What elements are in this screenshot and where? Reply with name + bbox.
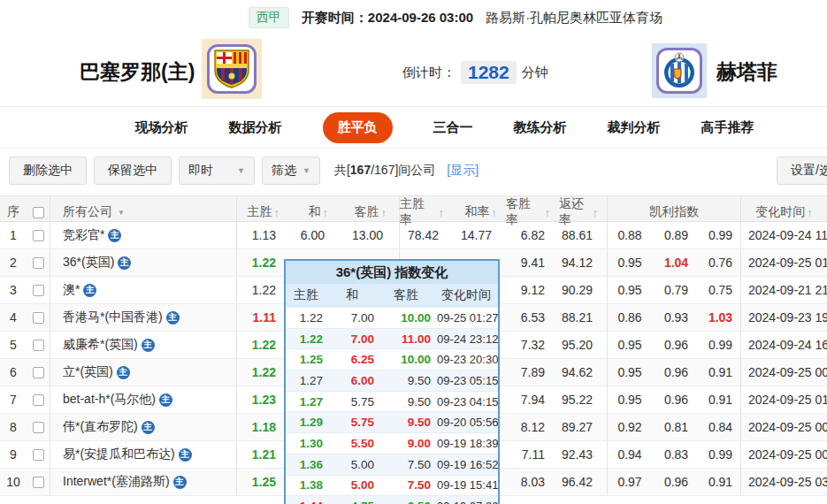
row-checkbox[interactable] <box>33 340 44 351</box>
chevron-down-icon: ▼ <box>237 166 245 175</box>
popup-change-time: 09-19 15:41 <box>434 478 498 492</box>
popup-change-time: 09-24 23:12 <box>434 332 498 346</box>
company-name[interactable]: bet-at-h*(马尔他)主 <box>50 386 237 413</box>
tab-2[interactable]: 数据分析 <box>229 119 282 136</box>
settings-button[interactable]: 设置/选择 <box>777 157 827 185</box>
popup-row: 1.295.759.5009-20 05:56 <box>286 411 498 432</box>
away-win-rate: 9.12 <box>506 277 559 303</box>
return-rate: 88.21 <box>559 304 608 331</box>
popup-col-away: 客胜 <box>378 287 434 303</box>
company-name[interactable]: Interwet*(塞浦路斯)主 <box>50 469 237 495</box>
away-win-odds: 13.00 <box>341 222 400 248</box>
company-label: 威廉希*(英国) <box>63 337 138 353</box>
row-checkbox[interactable] <box>33 449 44 461</box>
getafe-crest-svg <box>661 52 698 89</box>
company-name[interactable]: 立*(英国)主 <box>50 359 237 386</box>
tab-1[interactable]: 现场分析 <box>135 119 188 136</box>
popup-draw-odds: 7.00 <box>326 311 378 325</box>
change-time: 2024-09-25 03:36 <box>741 469 827 495</box>
home-team-crest-icon <box>202 39 262 99</box>
instant-dropdown[interactable]: 即时 ▼ <box>179 157 255 185</box>
kelly-index-3: 0.75 <box>701 277 741 303</box>
kickoff-label: 开赛时间： <box>302 10 368 25</box>
popup-change-time: 09-19 16:52 <box>434 458 498 471</box>
popup-row: 1.276.009.5009-23 05:15 <box>286 370 498 391</box>
kelly-index-1: 0.95 <box>608 277 652 303</box>
away-team-name: 赫塔菲 <box>716 58 777 86</box>
row-checkbox[interactable] <box>33 367 44 378</box>
filter-dropdown[interactable]: 筛选 ▼ <box>262 157 320 185</box>
popup-draw-odds: 5.50 <box>326 437 378 450</box>
change-time: 2024-09-24 16:22 <box>741 332 827 358</box>
row-checkbox-cell <box>27 386 50 413</box>
company-name[interactable]: 易*(安提瓜和巴布达)主 <box>50 441 237 468</box>
sort-up-icon: ↑ <box>381 206 387 219</box>
sort-up-icon: ↑ <box>807 206 813 219</box>
popup-change-time: 09-23 04:15 <box>434 395 498 409</box>
row-index: 4 <box>0 304 27 331</box>
kelly-index-3: 1.03 <box>701 304 741 331</box>
sort-up-icon: ↑ <box>439 206 445 219</box>
table-row: 1竞彩官*主1.136.0013.0078.4214.776.8288.610.… <box>0 222 827 249</box>
popup-row: 1.256.2510.0009-23 20:30 <box>286 348 498 370</box>
tab-6[interactable]: 裁判分析 <box>608 119 661 136</box>
row-index: 7 <box>0 386 27 413</box>
row-checkbox[interactable] <box>33 477 44 488</box>
company-name[interactable]: 竞彩官*主 <box>50 222 237 248</box>
tab-4[interactable]: 三合一 <box>433 119 473 136</box>
row-checkbox[interactable] <box>33 285 44 296</box>
company-name[interactable]: 澳*主 <box>50 277 237 303</box>
row-checkbox[interactable] <box>33 394 44 406</box>
popup-away-odds: 7.50 <box>378 458 434 471</box>
company-name[interactable]: 36*(英国)主 <box>50 249 237 276</box>
company-label: 36*(英国) <box>63 255 114 271</box>
company-name[interactable]: 香港马*(中国香港)主 <box>50 304 237 331</box>
popup-row: 1.227.0011.0009-24 23:12 <box>286 328 498 349</box>
return-rate: 92.43 <box>559 441 608 468</box>
league-badge: 西甲 <box>249 7 289 28</box>
popup-away-odds: 9.00 <box>378 437 434 450</box>
row-checkbox[interactable] <box>33 257 44 269</box>
away-win-rate: 7.32 <box>506 332 559 358</box>
away-win-rate: 7.11 <box>506 441 559 468</box>
countdown-label: 倒计时： <box>402 65 456 81</box>
company-name[interactable]: 伟*(直布罗陀)主 <box>50 414 237 440</box>
change-time: 2024-09-25 00:54 <box>741 414 827 440</box>
company-count: 共[167/167]间公司 <box>334 163 435 179</box>
popup-away-odds: 10.00 <box>378 353 434 366</box>
match-odds-page: 西甲 开赛时间：2024-09-26 03:00 路易斯·孔帕尼奥林匹亚体育场 … <box>0 0 827 504</box>
return-rate: 94.12 <box>559 249 608 276</box>
tab-5[interactable]: 教练分析 <box>514 119 567 136</box>
row-index: 2 <box>0 249 27 276</box>
popup-row: 1.275.759.5009-23 04:15 <box>286 391 498 412</box>
home-marker-badge: 主 <box>142 339 155 352</box>
return-rate: 96.42 <box>559 469 608 495</box>
kelly-index-1: 0.95 <box>608 359 652 386</box>
tab-3[interactable]: 胜平负 <box>323 112 393 143</box>
keep-selected-button[interactable]: 保留选中 <box>94 157 172 185</box>
delete-selected-button[interactable]: 删除选中 <box>9 157 87 185</box>
show-link[interactable]: [显示] <box>447 163 479 179</box>
company-name[interactable]: 威廉希*(英国)主 <box>50 332 237 358</box>
row-index: 1 <box>0 222 27 248</box>
row-checkbox[interactable] <box>33 422 44 433</box>
change-time: 2024-09-25 01:27 <box>741 249 827 276</box>
popup-home-odds: 1.29 <box>286 416 326 429</box>
popup-home-odds: 1.44 <box>286 500 326 504</box>
kickoff-time: 开赛时间：2024-09-26 03:00 <box>302 10 473 27</box>
row-checkbox[interactable] <box>33 312 44 324</box>
instant-dropdown-label: 即时 <box>188 163 213 179</box>
kickoff-value: 2024-09-26 03:00 <box>368 10 473 25</box>
tab-7[interactable]: 高手推荐 <box>701 119 754 136</box>
popup-change-time: 09-19 18:39 <box>434 437 498 450</box>
popup-col-home: 主胜 <box>286 287 326 303</box>
row-checkbox[interactable] <box>33 230 44 241</box>
change-time: 2024-09-25 00:55 <box>741 359 827 386</box>
popup-draw-odds: 7.00 <box>326 332 378 346</box>
popup-draw-odds: 6.00 <box>326 374 378 387</box>
row-checkbox-cell <box>27 332 50 358</box>
select-all-checkbox[interactable] <box>33 207 44 218</box>
filter-dropdown-label: 筛选 <box>272 163 296 179</box>
team-header: 巴塞罗那(主) 倒计时： <box>0 35 827 107</box>
popup-rows: 1.227.0010.0009-25 01:271.227.0011.0009-… <box>286 307 498 504</box>
